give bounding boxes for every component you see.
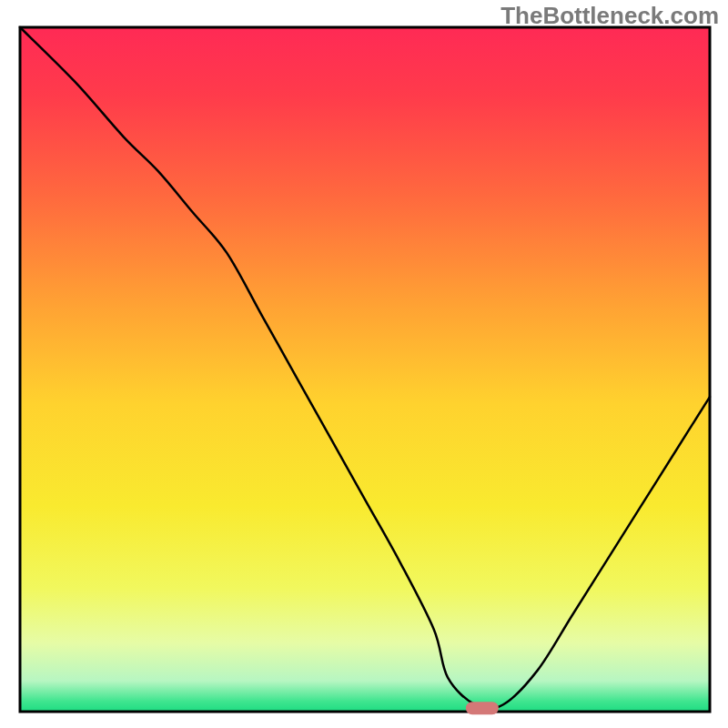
svg-rect-0 (20, 27, 710, 712)
svg-rect-2 (466, 702, 499, 714)
watermark-text: TheBottleneck.com (500, 2, 719, 30)
bottleneck-chart (0, 0, 728, 728)
chart-container: { "watermark": "TheBottleneck.com", "cha… (0, 0, 728, 728)
